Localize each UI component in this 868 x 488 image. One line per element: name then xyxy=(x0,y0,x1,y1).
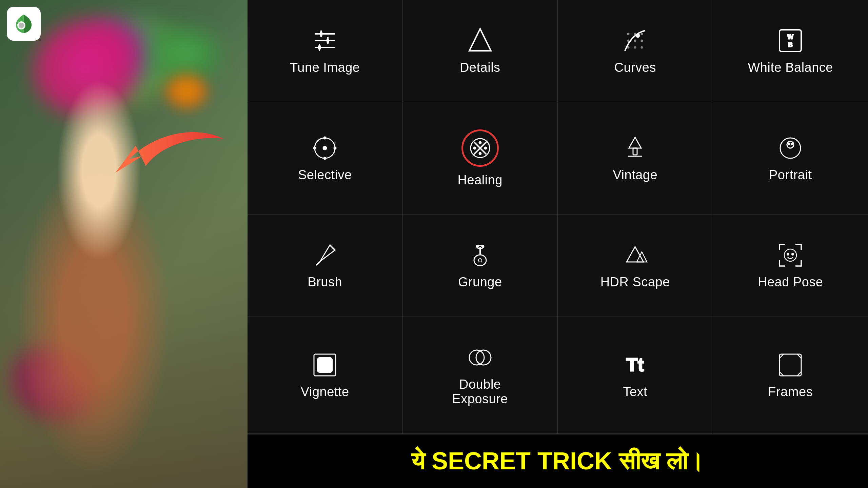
tool-frames[interactable]: Frames xyxy=(713,317,868,434)
tool-hdr-scape-label: HDR Scape xyxy=(600,275,670,289)
tool-hdr-scape[interactable]: HDR Scape xyxy=(558,215,713,317)
tool-healing[interactable]: Healing xyxy=(403,102,558,215)
left-panel xyxy=(0,0,248,488)
svg-point-51 xyxy=(478,259,482,262)
svg-marker-11 xyxy=(469,29,491,51)
frames-icon xyxy=(777,351,804,379)
tool-details-label: Details xyxy=(460,60,500,75)
tool-tune-image[interactable]: Tune Image xyxy=(248,0,403,102)
svg-point-20 xyxy=(641,47,643,48)
svg-point-17 xyxy=(641,40,643,41)
tool-frames-label: Frames xyxy=(768,385,813,399)
vintage-icon xyxy=(622,135,649,162)
grunge-icon xyxy=(467,242,494,269)
svg-point-36 xyxy=(474,147,476,149)
svg-point-50 xyxy=(482,245,484,247)
tool-vignette[interactable]: Vignette xyxy=(248,317,403,434)
tool-double-exposure[interactable]: Double Exposure xyxy=(403,317,558,434)
app-logo xyxy=(7,7,41,41)
svg-point-46 xyxy=(474,255,486,266)
svg-point-16 xyxy=(634,40,636,41)
curves-icon xyxy=(622,27,649,54)
svg-point-54 xyxy=(784,249,796,261)
snapseed-logo-icon xyxy=(12,12,36,36)
svg-rect-62 xyxy=(780,354,801,376)
svg-point-44 xyxy=(791,143,792,145)
bottom-text: ये SECRET TRICK सीख लो। xyxy=(411,447,704,475)
tool-vintage-label: Vintage xyxy=(613,168,657,182)
svg-point-55 xyxy=(787,253,789,255)
svg-rect-58 xyxy=(317,358,332,372)
portrait-icon xyxy=(777,135,804,162)
triangle-icon xyxy=(467,27,494,54)
svg-point-12 xyxy=(628,33,629,35)
selective-icon xyxy=(311,135,338,162)
svg-point-19 xyxy=(634,47,636,48)
svg-point-21 xyxy=(636,34,639,37)
hdr-icon xyxy=(622,242,649,269)
svg-point-42 xyxy=(787,141,794,148)
tool-selective[interactable]: Selective xyxy=(248,102,403,215)
tool-grunge[interactable]: Grunge xyxy=(403,215,558,317)
svg-text:Tt: Tt xyxy=(626,354,644,375)
wb-icon: W B xyxy=(777,27,804,54)
tool-grunge-label: Grunge xyxy=(458,275,502,289)
tool-details[interactable]: Details xyxy=(403,0,558,102)
sliders-icon xyxy=(311,27,338,54)
double-exposure-icon xyxy=(467,344,494,371)
svg-line-45 xyxy=(330,245,335,250)
tool-healing-label: Healing xyxy=(458,173,502,187)
person-photo xyxy=(0,0,248,488)
svg-point-14 xyxy=(641,33,643,35)
svg-text:W: W xyxy=(788,34,793,40)
text-icon: Tt xyxy=(622,351,649,379)
svg-point-49 xyxy=(476,245,478,247)
svg-point-18 xyxy=(628,47,629,48)
tool-curves-label: Curves xyxy=(614,60,656,75)
svg-point-13 xyxy=(634,33,636,35)
bottom-banner: ये SECRET TRICK सीख लो। xyxy=(248,434,868,488)
svg-point-30 xyxy=(334,147,336,149)
svg-rect-22 xyxy=(780,30,801,52)
tool-portrait[interactable]: Portrait xyxy=(713,102,868,215)
tool-white-balance[interactable]: W B White Balance xyxy=(713,0,868,102)
tool-white-balance-label: White Balance xyxy=(748,60,833,75)
healing-icon xyxy=(461,129,499,167)
svg-point-34 xyxy=(479,142,481,144)
tool-vintage[interactable]: Vintage xyxy=(558,102,713,215)
tool-vignette-label: Vignette xyxy=(301,385,349,399)
tool-brush-label: Brush xyxy=(308,275,342,289)
svg-point-59 xyxy=(469,350,484,365)
svg-point-29 xyxy=(314,147,316,149)
svg-point-60 xyxy=(476,350,491,365)
tool-tune-image-label: Tune Image xyxy=(290,60,360,75)
brush-icon xyxy=(311,242,338,269)
tools-grid: Tune Image Details xyxy=(248,0,868,434)
svg-point-15 xyxy=(628,40,629,41)
svg-point-35 xyxy=(479,152,481,155)
svg-rect-39 xyxy=(633,148,637,155)
tool-curves[interactable]: Curves xyxy=(558,0,713,102)
vignette-icon xyxy=(311,351,338,379)
tool-head-pose-label: Head Pose xyxy=(758,275,823,289)
tool-portrait-label: Portrait xyxy=(769,168,812,182)
svg-point-43 xyxy=(788,143,790,145)
svg-text:B: B xyxy=(788,41,793,48)
arrow-indicator xyxy=(95,119,231,186)
head-pose-icon xyxy=(777,242,804,269)
tool-head-pose[interactable]: Head Pose xyxy=(713,215,868,317)
tool-text[interactable]: Tt Text xyxy=(558,317,713,434)
tool-double-exposure-label: Double Exposure xyxy=(452,377,508,406)
svg-point-28 xyxy=(324,157,326,159)
svg-point-37 xyxy=(485,147,487,149)
svg-point-56 xyxy=(792,253,794,255)
tool-brush[interactable]: Brush xyxy=(248,215,403,317)
right-panel: Tune Image Details xyxy=(248,0,868,488)
svg-point-27 xyxy=(324,137,326,139)
svg-point-1 xyxy=(19,23,24,28)
tool-text-label: Text xyxy=(623,385,647,399)
tool-selective-label: Selective xyxy=(298,168,352,182)
svg-marker-38 xyxy=(629,137,641,148)
svg-point-26 xyxy=(323,146,327,150)
